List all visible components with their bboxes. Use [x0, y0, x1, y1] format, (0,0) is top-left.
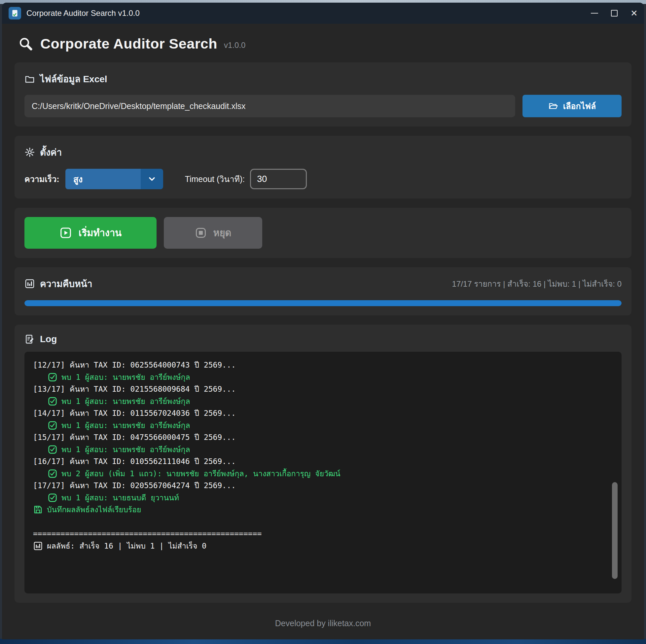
progress-section: ความคืบหน้า 17/17 รายการ | สำเร็จ: 16 | … — [14, 267, 632, 315]
desktop: Corporate Auditor Search v1.0.0 ✕ Corpor… — [0, 0, 646, 644]
log-line: [12/17] ค้นหา TAX ID: 0625564000743 ปี 2… — [33, 359, 608, 371]
log-line-text: ผลลัพธ์: สำเร็จ 16 | ไม่พบ 1 | ไม่สำเร็จ… — [47, 540, 206, 552]
actions-row: เริ่มทำงาน หยุด — [24, 217, 622, 249]
chart-icon — [33, 541, 43, 551]
log-line: [15/17] ค้นหา TAX ID: 0475566000475 ปี 2… — [33, 431, 608, 443]
progress-bar — [24, 300, 622, 306]
browse-file-button[interactable]: เลือกไฟล์ — [523, 95, 622, 117]
titlebar: Corporate Auditor Search v1.0.0 ✕ — [2, 3, 644, 24]
settings-section: ตั้งค่า ความเร็ว: สูง Timeout (วินาที): — [14, 136, 632, 199]
close-icon: ✕ — [631, 8, 638, 18]
log-lines: [12/17] ค้นหา TAX ID: 0625564000743 ปี 2… — [33, 359, 608, 552]
checkbox-icon — [47, 469, 58, 478]
log-line-text: พบ 1 ผู้สอบ: นายพรชัย อารีย์พงษ์กุล — [62, 419, 190, 432]
log-line — [33, 516, 608, 528]
progress-title: ความคืบหน้า — [40, 277, 92, 291]
settings-section-header: ตั้งค่า — [24, 145, 622, 159]
log-line: [13/17] ค้นหา TAX ID: 0215568009684 ปี 2… — [33, 383, 608, 395]
log-line: [17/17] ค้นหา TAX ID: 0205567064274 ปี 2… — [33, 479, 608, 492]
settings-row: ความเร็ว: สูง Timeout (วินาที): — [24, 169, 622, 189]
folder-open-icon — [548, 101, 558, 111]
log-line-text: พบ 2 ผู้สอบ (เพิ่ม 1 แถว): นายพรชัย อารี… — [62, 468, 340, 480]
log-line-text: พบ 1 ผู้สอบ: นายธนบดี ยุวานนท์ — [62, 492, 179, 504]
speed-select[interactable]: สูง — [66, 169, 163, 189]
maximize-button[interactable] — [605, 3, 624, 24]
close-button[interactable]: ✕ — [624, 3, 644, 24]
log-line-text: [12/17] ค้นหา TAX ID: 0625564000743 ปี 2… — [33, 359, 236, 371]
timeout-input[interactable] — [250, 169, 307, 189]
checkbox-icon — [47, 372, 58, 382]
desktop-wallpaper-bottom — [0, 639, 646, 644]
actions-section: เริ่มทำงาน หยุด — [14, 208, 632, 258]
stop-icon — [195, 227, 207, 239]
checkbox-icon — [47, 420, 58, 430]
log-line: [14/17] ค้นหา TAX ID: 0115567024036 ปี 2… — [33, 407, 608, 419]
log-line-text: [15/17] ค้นหา TAX ID: 0475566000475 ปี 2… — [33, 431, 236, 443]
file-section-header: ไฟล์ข้อมูล Excel — [24, 72, 622, 86]
app-window: Corporate Auditor Search v1.0.0 ✕ Corpor… — [2, 3, 644, 639]
search-icon — [18, 36, 34, 52]
floppy-icon — [33, 505, 43, 515]
file-row: C:/Users/kritk/OneDrive/Desktop/template… — [24, 95, 622, 117]
log-line-text: ========================================… — [33, 528, 261, 540]
progress-fill — [24, 300, 622, 306]
file-section-title: ไฟล์ข้อมูล Excel — [40, 72, 107, 86]
progress-title-wrap: ความคืบหน้า — [24, 277, 92, 291]
log-line-text: พบ 1 ผู้สอบ: นายพรชัย อารีย์พงษ์กุล — [62, 371, 190, 384]
log-line-text: [17/17] ค้นหา TAX ID: 0205567064274 ปี 2… — [33, 479, 236, 492]
folder-icon — [24, 74, 35, 84]
log-line: พบ 2 ผู้สอบ (เพิ่ม 1 แถว): นายพรชัย อารี… — [33, 468, 608, 480]
start-button-label: เริ่มทำงาน — [79, 225, 121, 240]
file-path-input[interactable]: C:/Users/kritk/OneDrive/Desktop/template… — [24, 95, 515, 117]
window-controls: ✕ — [584, 3, 644, 24]
page-title: Corporate Auditor Search — [40, 36, 217, 52]
app-header: Corporate Auditor Search v1.0.0 — [14, 36, 632, 52]
log-line: พบ 1 ผู้สอบ: นายพรชัย อารีย์พงษ์กุล — [33, 371, 608, 384]
start-button[interactable]: เริ่มทำงาน — [24, 217, 156, 249]
stop-button-label: หยุด — [213, 225, 231, 240]
log-line-text: พบ 1 ผู้สอบ: นายพรชัย อารีย์พงษ์กุล — [62, 443, 190, 456]
bar-chart-icon — [24, 279, 35, 289]
play-icon — [60, 227, 72, 239]
timeout-label: Timeout (วินาที): — [185, 173, 245, 186]
log-scrollbar[interactable] — [612, 482, 618, 579]
progress-stats: 17/17 รายการ | สำเร็จ: 16 | ไม่พบ: 1 | ไ… — [452, 278, 622, 290]
log-section: Log [12/17] ค้นหา TAX ID: 0625564000743 … — [14, 325, 632, 603]
log-line: [16/17] ค้นหา TAX ID: 0105562111046 ปี 2… — [33, 455, 608, 468]
stop-button[interactable]: หยุด — [164, 217, 262, 249]
log-line-text: พบ 1 ผู้สอบ: นายพรชัย อารีย์พงษ์กุล — [62, 395, 190, 408]
gear-icon — [24, 147, 35, 157]
speed-select-value: สูง — [66, 169, 141, 189]
log-output[interactable]: [12/17] ค้นหา TAX ID: 0625564000743 ปี 2… — [24, 352, 622, 594]
main-content: Corporate Auditor Search v1.0.0 ไฟล์ข้อม… — [2, 24, 644, 639]
log-line-text: [14/17] ค้นหา TAX ID: 0115567024036 ปี 2… — [33, 407, 236, 419]
app-logo-icon — [9, 7, 21, 19]
log-section-header: Log — [24, 334, 622, 344]
log-section-title: Log — [40, 334, 57, 344]
log-line: ผลลัพธ์: สำเร็จ 16 | ไม่พบ 1 | ไม่สำเร็จ… — [33, 540, 608, 552]
chevron-down-icon — [141, 169, 163, 189]
file-section: ไฟล์ข้อมูล Excel C:/Users/kritk/OneDrive… — [14, 63, 632, 126]
settings-section-title: ตั้งค่า — [40, 145, 62, 159]
log-line-text: [16/17] ค้นหา TAX ID: 0105562111046 ปี 2… — [33, 455, 236, 468]
log-line: พบ 1 ผู้สอบ: นายพรชัย อารีย์พงษ์กุล — [33, 395, 608, 408]
checkbox-icon — [47, 493, 58, 503]
log-line: พบ 1 ผู้สอบ: นายพรชัย อารีย์พงษ์กุล — [33, 419, 608, 432]
log-line: บันทึกผลลัพธ์ลงไฟล์เรียบร้อย — [33, 504, 608, 516]
speed-label: ความเร็ว: — [24, 173, 60, 186]
memo-icon — [24, 334, 35, 344]
app-version: v1.0.0 — [224, 40, 245, 52]
log-line-text — [33, 516, 38, 528]
log-line: ========================================… — [33, 528, 608, 540]
log-line-text: บันทึกผลลัพธ์ลงไฟล์เรียบร้อย — [47, 504, 141, 516]
log-line-text: [13/17] ค้นหา TAX ID: 0215568009684 ปี 2… — [33, 383, 236, 395]
progress-header: ความคืบหน้า 17/17 รายการ | สำเร็จ: 16 | … — [24, 277, 622, 291]
browse-file-label: เลือกไฟล์ — [563, 99, 596, 113]
window-title: Corporate Auditor Search v1.0.0 — [26, 9, 140, 18]
log-line: พบ 1 ผู้สอบ: นายพรชัย อารีย์พงษ์กุล — [33, 443, 608, 456]
checkbox-icon — [47, 444, 58, 454]
footer-credit: Developed by iliketax.com — [14, 612, 632, 639]
minimize-icon — [591, 13, 598, 14]
checkbox-icon — [47, 396, 58, 406]
minimize-button[interactable] — [584, 3, 605, 24]
